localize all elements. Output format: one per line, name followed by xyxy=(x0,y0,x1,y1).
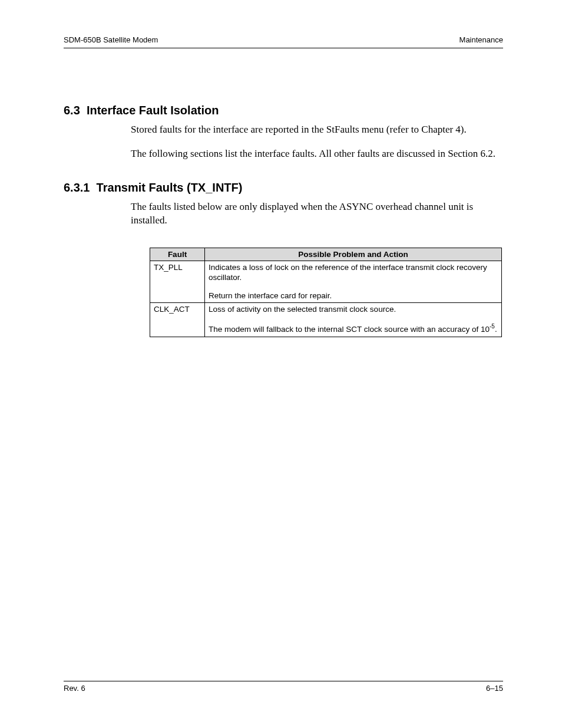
footer-rule xyxy=(64,681,503,681)
cell-action-a: Loss of activity on the selected transmi… xyxy=(209,305,396,314)
table-header-row: Fault Possible Problem and Action xyxy=(150,248,502,261)
cell-action-a: Indicates a loss of lock on the referenc… xyxy=(209,263,487,282)
footer-left: Rev. 6 xyxy=(64,684,85,693)
header-right: Maintenance xyxy=(459,35,503,44)
table-row: TX_PLL Indicates a loss of lock on the r… xyxy=(150,261,502,303)
section-para-2: The following sections list the interfac… xyxy=(131,147,497,161)
cell-fault: TX_PLL xyxy=(150,261,205,303)
subsection-para-1: The faults listed below are only display… xyxy=(131,200,497,228)
cell-action-b-post: . xyxy=(495,325,497,334)
subsection-heading: 6.3.1 Transmit Faults (TX_INTF) xyxy=(64,181,503,195)
th-action: Possible Problem and Action xyxy=(205,248,502,261)
section-number: 6.3 xyxy=(64,104,80,117)
cell-action-b-pre: The modem will fallback to the internal … xyxy=(209,325,490,334)
cell-action: Indicates a loss of lock on the referenc… xyxy=(205,261,502,303)
cell-action-b-sup: -5 xyxy=(490,323,495,330)
cell-action-b: Return the interface card for repair. xyxy=(209,291,498,301)
subsection-number: 6.3.1 xyxy=(64,181,90,194)
fault-table: Fault Possible Problem and Action TX_PLL… xyxy=(150,248,502,337)
running-header: SDM-650B Satellite Modem Maintenance xyxy=(64,35,503,44)
header-left: SDM-650B Satellite Modem xyxy=(64,35,158,44)
section-title: Interface Fault Isolation xyxy=(87,104,219,117)
footer: Rev. 6 6–15 xyxy=(64,681,503,693)
table-row: CLK_ACT Loss of activity on the selected… xyxy=(150,303,502,337)
cell-action: Loss of activity on the selected transmi… xyxy=(205,303,502,337)
cell-fault: CLK_ACT xyxy=(150,303,205,337)
page: SDM-650B Satellite Modem Maintenance 6.3… xyxy=(0,0,562,728)
footer-right: 6–15 xyxy=(486,684,503,693)
footer-row: Rev. 6 6–15 xyxy=(64,684,503,693)
section-heading: 6.3 Interface Fault Isolation xyxy=(64,104,503,117)
subsection-title: Transmit Faults (TX_INTF) xyxy=(97,181,243,194)
header-rule xyxy=(64,48,503,48)
cell-action-b: The modem will fallback to the internal … xyxy=(209,323,498,334)
th-fault: Fault xyxy=(150,248,205,261)
section-para-1: Stored faults for the interface are repo… xyxy=(131,123,497,137)
